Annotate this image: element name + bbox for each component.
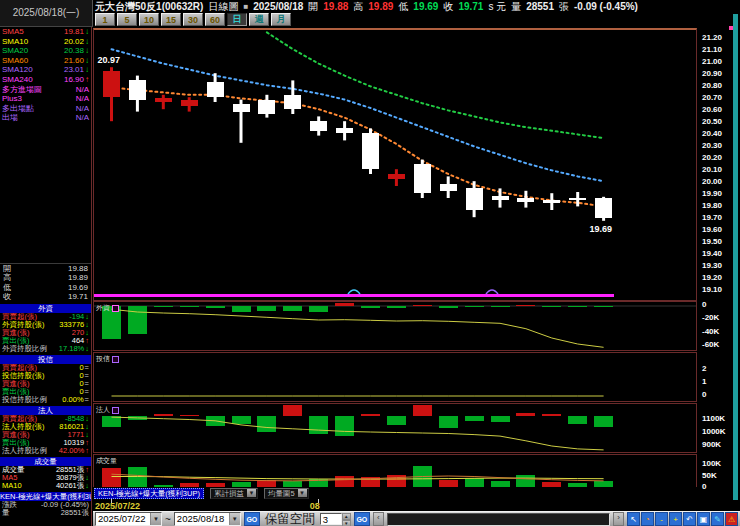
candle <box>414 160 431 198</box>
x-axis-label: 08 <box>310 501 320 511</box>
stat-row: 投信持股(張)0= <box>0 372 91 380</box>
x-axis-label: 2025/07/22 <box>95 501 140 511</box>
y-axis-tick: -20K <box>702 314 719 322</box>
volume-style-select-value: 均量圖5 <box>268 489 295 498</box>
scroll-right-button[interactable]: › <box>613 512 624 526</box>
volume-style-select[interactable]: 均量圖5 ▼ <box>264 488 309 499</box>
ohlc-row: 低19.69 <box>0 283 91 293</box>
y-axis-tick: 20.00 <box>702 178 722 186</box>
range-separator: ~ <box>165 514 171 525</box>
sma-row: 多方進場圖N/A <box>0 85 91 95</box>
to-date-select[interactable]: 2025/08/18 ▼ <box>174 512 241 526</box>
stat-row: 賣出(張)0= <box>0 388 91 396</box>
trading-app-window: 2025/08/18(一) 元大台灣50反1(00632R) 日線圖 ■ 202… <box>0 0 740 526</box>
section-header: KEN-極光線+爆大量(獲利3UP) <box>0 492 91 501</box>
candle <box>284 80 301 114</box>
right-scrollbar-strip[interactable] <box>733 14 738 500</box>
y-axis-tick: 19.70 <box>702 214 722 222</box>
legend-icon <box>112 305 119 312</box>
tool-icon-row: ↖◔-+↶▣✎⚠ <box>627 512 738 526</box>
signal-baseline <box>94 294 614 297</box>
ohlc-row: 開19.88 <box>0 264 91 274</box>
candle <box>388 169 405 186</box>
chart-area[interactable]: 20.9719.69外資投信法人成交量 <box>93 0 698 500</box>
window-icon[interactable]: ▣ <box>697 512 710 526</box>
section-header: 成交量 <box>0 457 91 466</box>
from-date-select[interactable]: 2025/07/22 ▼ <box>95 512 162 526</box>
sma-row: SMA1020.02↓ <box>0 37 91 47</box>
spinner-down-icon[interactable]: ▼ <box>342 520 351 526</box>
chevron-down-icon[interactable]: ▼ <box>247 489 256 497</box>
legend-icon <box>112 356 119 363</box>
panel-title: 成交量 <box>96 456 117 466</box>
spacing-spinner[interactable]: 3 ▲ ▼ <box>320 513 351 525</box>
stat-row: 買賣超(張)-8548↓ <box>0 415 91 423</box>
sma-row: SMA12023.01↓ <box>0 65 91 75</box>
horizontal-scrollbar-track[interactable] <box>387 513 610 526</box>
bottom-toolbar: 2025/07/22 ▼ ~ 2025/08/18 ▼ GO 保留空間 3 ▲ … <box>93 511 740 526</box>
sma-list: SMA519.81↓SMA1020.02↓SMA2020.38↓SMA6021.… <box>0 27 91 123</box>
stat-row: 法人持股(張)816021↓ <box>0 423 91 431</box>
y-axis-tick: 100K <box>702 460 721 468</box>
y-axis-tick: 900K <box>702 441 721 449</box>
stat-row: 法人持股比例42.00%↑ <box>0 447 91 455</box>
chevron-down-icon[interactable]: ▼ <box>150 513 161 525</box>
candle <box>595 197 612 221</box>
y-axis-tick: 20.10 <box>702 166 722 174</box>
candle <box>362 128 379 174</box>
candle <box>181 97 198 111</box>
y-axis-tick: 2 <box>702 365 706 373</box>
section-header: 法人 <box>0 406 91 415</box>
to-date-value: 2025/08/18 <box>175 513 229 525</box>
y-axis-tick: 19.30 <box>702 262 722 270</box>
stat-row: 賣出(張)464↑ <box>0 337 91 345</box>
ohlc-row: 收19.71 <box>0 292 91 302</box>
candle <box>233 100 250 143</box>
y-axis-tick: 20.60 <box>702 106 722 114</box>
strategy-row: KEN-極光線+爆大量(獲利3UP) 累計損益 ▼ 均量圖5 ▼ <box>93 487 697 499</box>
spacing-value[interactable]: 3 <box>320 513 342 525</box>
ohlc-summary: 開19.88高19.89低19.69收19.71 <box>0 263 91 302</box>
sma-row: 多出場點N/A <box>0 104 91 114</box>
y-axis-tick: 21.20 <box>702 34 722 42</box>
price-annotation: 20.97 <box>98 55 121 65</box>
y-axis-tick: 19.80 <box>702 202 722 210</box>
pointer-icon[interactable]: ↖ <box>627 512 640 526</box>
indicator-select[interactable]: 累計損益 ▼ <box>210 488 258 499</box>
indicator-select-value: 累計損益 <box>214 489 244 498</box>
go-button[interactable]: GO <box>354 512 370 526</box>
section-header: 投信 <box>0 355 91 364</box>
strategy-name-chip[interactable]: KEN-極光線+爆大量(獲利3UP) <box>94 488 204 499</box>
y-axis-tick: -40K <box>702 328 719 336</box>
zoom-in-icon[interactable]: + <box>669 512 682 526</box>
go-button[interactable]: GO <box>244 512 260 526</box>
stat-row: MA530879張↓ <box>0 474 91 482</box>
undo-icon[interactable]: ↶ <box>683 512 696 526</box>
chevron-down-icon[interactable]: ▼ <box>298 489 307 497</box>
stat-row: 量28551張 <box>0 509 91 517</box>
spinner-up-icon[interactable]: ▲ <box>342 513 351 520</box>
scroll-left-button[interactable]: ‹ <box>373 512 384 526</box>
sma-row: SMA6021.60↓ <box>0 56 91 66</box>
stat-row: MA1040261張↓ <box>0 482 91 490</box>
x-axis-labels: 2025/07/2208 <box>93 499 697 511</box>
y-axis-tick: 21.10 <box>702 46 722 54</box>
stat-row: 外資持股比例17.18%↓ <box>0 345 91 353</box>
candle <box>103 67 120 121</box>
y-axis-tick: 19.50 <box>702 238 722 246</box>
draw-icon[interactable]: ✎ <box>711 512 724 526</box>
stat-row: 賣出(張)10319↑ <box>0 439 91 447</box>
institutional-panel <box>93 403 697 453</box>
alert-bell-icon[interactable]: ⚠ <box>725 512 738 526</box>
stat-row: 買進(張)0= <box>0 380 91 388</box>
candle <box>466 181 483 217</box>
foreign-investor-panel <box>93 301 697 351</box>
stat-row: 買賣超(張)0= <box>0 364 91 372</box>
stat-row: 買賣超(張)-194↓ <box>0 313 91 321</box>
chevron-down-icon[interactable]: ▼ <box>229 513 240 525</box>
section-header: 外資 <box>0 304 91 313</box>
panel-title: 外資 <box>96 303 119 313</box>
zoom-out-icon[interactable]: - <box>655 512 668 526</box>
investment-trust-panel <box>93 352 697 402</box>
clock-icon[interactable]: ◔ <box>641 512 654 526</box>
